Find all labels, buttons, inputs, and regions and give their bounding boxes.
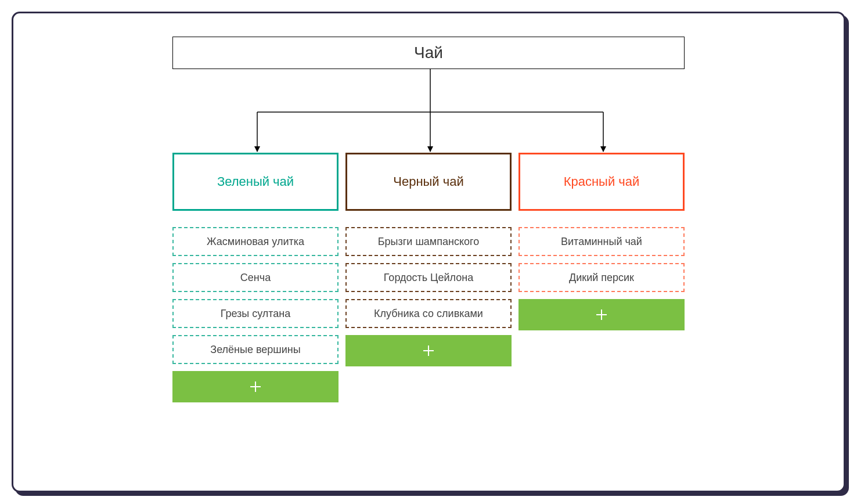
item-label: Витаминный чай	[561, 236, 642, 248]
add-item-button-red[interactable]	[518, 299, 685, 330]
plus-icon	[596, 309, 607, 320]
item-label: Брызги шампанского	[378, 236, 479, 248]
item-label: Грезы султана	[221, 308, 291, 320]
category-node-red: Красный чай	[518, 153, 685, 211]
category-columns: Зеленый чай Жасминовая улитка Сенча Грез…	[172, 153, 685, 402]
plus-icon	[250, 381, 261, 392]
list-item: Клубника со сливками	[345, 299, 512, 328]
plus-icon	[423, 345, 434, 356]
list-item: Витаминный чай	[518, 227, 685, 256]
list-item: Зелёные вершины	[172, 335, 339, 364]
root-node: Чай	[172, 37, 685, 69]
item-label: Клубника со сливками	[374, 308, 483, 320]
list-item: Брызги шампанского	[345, 227, 512, 256]
list-item: Гордость Цейлона	[345, 263, 512, 292]
item-label: Жасминовая улитка	[207, 236, 304, 248]
item-label: Гордость Цейлона	[384, 272, 473, 284]
category-label: Зеленый чай	[217, 174, 294, 189]
diagram-frame: Чай Зеленый чай Жасминовая улитка С	[12, 12, 845, 492]
category-node-black: Черный чай	[345, 153, 512, 211]
list-item: Сенча	[172, 263, 339, 292]
add-item-button-black[interactable]	[345, 335, 512, 366]
item-label: Дикий персик	[569, 272, 634, 284]
category-column-green: Зеленый чай Жасминовая улитка Сенча Грез…	[172, 153, 339, 402]
category-column-red: Красный чай Витаминный чай Дикий персик	[518, 153, 685, 402]
root-label: Чай	[414, 44, 443, 62]
item-label: Зелёные вершины	[210, 344, 300, 356]
list-item: Жасминовая улитка	[172, 227, 339, 256]
list-item: Грезы султана	[172, 299, 339, 328]
category-label: Красный чай	[564, 174, 640, 189]
item-label: Сенча	[240, 272, 271, 284]
category-node-green: Зеленый чай	[172, 153, 339, 211]
list-item: Дикий персик	[518, 263, 685, 292]
category-label: Черный чай	[393, 174, 463, 189]
category-column-black: Черный чай Брызги шампанского Гордость Ц…	[345, 153, 512, 402]
add-item-button-green[interactable]	[172, 371, 339, 402]
